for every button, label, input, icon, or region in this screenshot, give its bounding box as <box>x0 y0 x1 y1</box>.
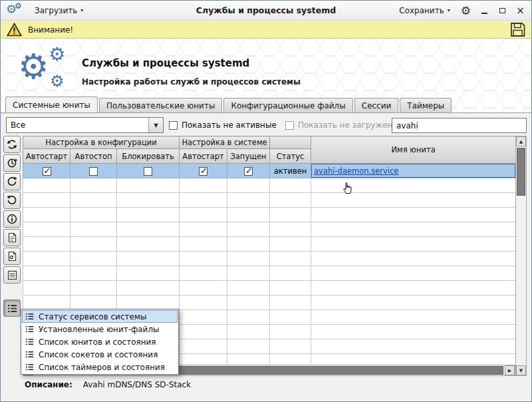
column-header-autostart-cfg[interactable]: Автостарт <box>23 149 70 164</box>
scroll-right-button[interactable]: ▶ <box>505 365 515 375</box>
menu-list-icon <box>25 351 34 358</box>
menu-list-icon <box>25 313 34 320</box>
tab-content: Все ▼ Показать не активные Показать не з… <box>1 112 531 402</box>
table-row-selected[interactable]: активен avahi-daemon.service <box>23 164 516 178</box>
show-unloaded-checkbox[interactable]: Показать не загруженные <box>285 120 409 130</box>
table-row-empty <box>23 178 516 193</box>
chevron-down-icon: ▾ <box>80 7 83 13</box>
reload-clock-icon <box>7 158 17 168</box>
chevron-down-icon: ▾ <box>448 7 450 13</box>
tab-config-files[interactable]: Конфигурационные файлы <box>223 98 352 112</box>
reload-units-button[interactable] <box>3 154 21 172</box>
warning-bar: Внимание! <box>1 21 531 39</box>
menu-list-icon <box>7 304 17 313</box>
app-icon: ⚙ ⚙ <box>6 2 25 19</box>
menu-item-installed-unit-files[interactable]: Установленные юнит-файлы <box>22 323 178 335</box>
autostart-cfg-checkbox[interactable] <box>43 167 51 176</box>
close-button[interactable]: × <box>513 4 528 17</box>
rotate-ccw-icon <box>7 195 17 206</box>
save-file-button[interactable] <box>510 22 525 37</box>
status-cell: активен <box>270 164 311 178</box>
running-checkbox[interactable] <box>244 167 253 176</box>
rotate-cw-icon <box>7 176 17 187</box>
tab-system-units[interactable]: Системные юниты <box>5 97 98 112</box>
show-inactive-label: Показать не активные <box>182 120 277 130</box>
save-button[interactable]: Сохранить ▾ <box>394 3 455 18</box>
autostart-sys-checkbox[interactable] <box>199 167 207 176</box>
logo-gear-icon: ⚙ <box>50 73 65 89</box>
load-button[interactable]: Загрузить ▾ <box>30 3 88 18</box>
table-row-empty <box>23 237 516 252</box>
unit-name-link[interactable]: avahi-daemon.service <box>314 166 398 176</box>
menu-item-timers-list[interactable]: Список таймеров и состояния <box>22 361 178 373</box>
right-arrow-icon: ▶ <box>508 368 511 373</box>
unit-file-button[interactable] <box>3 229 21 246</box>
minimize-button[interactable] <box>477 4 492 17</box>
status-context-menu: Статус сервисов системы Установленные юн… <box>21 309 179 375</box>
app-window: ⚙ ⚙ Загрузить ▾ Службы и процессы system… <box>0 0 532 402</box>
group-header-system: Настройка в системе <box>180 136 270 149</box>
logo-gear-icon: ⚙ <box>49 45 65 64</box>
titlebar: ⚙ ⚙ Загрузить ▾ Службы и процессы system… <box>1 1 531 21</box>
tab-bar: Системные юниты Пользовательские юниты К… <box>5 97 453 112</box>
show-inactive-checkbox[interactable]: Показать не активные <box>169 120 277 130</box>
gear-icon: ⚙ <box>15 2 22 10</box>
table-row-empty <box>23 281 516 296</box>
tab-user-units[interactable]: Пользовательские юниты <box>99 98 222 112</box>
menu-list-icon <box>25 325 34 333</box>
menu-list-icon <box>25 338 34 345</box>
journal-button[interactable] <box>3 248 21 265</box>
unit-list-button[interactable] <box>3 266 21 284</box>
column-header-status[interactable]: Статус <box>270 149 311 164</box>
search-input[interactable] <box>392 118 527 133</box>
document-icon <box>7 232 17 243</box>
unit-info-button[interactable] <box>3 210 21 228</box>
group-header-empty <box>270 136 311 149</box>
table-row-empty <box>23 193 516 208</box>
menu-item-label: Установленные юнит-файлы <box>39 325 160 334</box>
menu-list-icon <box>25 363 34 371</box>
unit-filter-dropdown[interactable]: Все ▼ <box>6 117 164 133</box>
tab-timers[interactable]: Таймеры <box>400 98 452 112</box>
column-header-block[interactable]: Блокировать <box>117 149 180 164</box>
column-header-autostop[interactable]: Автостоп <box>70 149 117 164</box>
scroll-up-button[interactable]: ▲ <box>516 136 526 146</box>
info-icon <box>7 214 17 224</box>
menu-item-units-list[interactable]: Список юнитов и состояния <box>22 335 178 348</box>
combo-arrow-button[interactable]: ▼ <box>148 118 163 132</box>
up-arrow-icon: ▲ <box>519 139 523 144</box>
table-row-empty <box>23 208 516 222</box>
settings-gear-icon[interactable]: ⚙ <box>458 4 474 17</box>
column-header-running[interactable]: Запущен <box>227 149 270 164</box>
block-checkbox[interactable] <box>144 167 152 176</box>
vertical-scrollbar[interactable]: ▲ ▼ <box>515 136 527 376</box>
checkbox-icon <box>285 121 294 130</box>
table-row-empty <box>23 222 516 237</box>
logo-gear-icon: ⚙ <box>18 49 49 84</box>
restart-unit-button[interactable] <box>3 173 21 190</box>
status-menu-button[interactable] <box>3 300 21 317</box>
tab-sessions[interactable]: Сессии <box>354 98 399 112</box>
maximize-icon <box>499 8 505 13</box>
menu-item-label: Список сокетов и состояния <box>39 350 158 359</box>
table-row-empty <box>23 252 516 266</box>
column-header-autostart-sys[interactable]: Автостарт <box>180 149 227 164</box>
description-value: Avahi mDNS/DNS SD-Stack <box>83 380 191 389</box>
menu-item-sockets-list[interactable]: Список сокетов и состояния <box>22 348 178 361</box>
menu-item-services-status[interactable]: Статус сервисов системы <box>22 310 178 323</box>
warning-icon <box>7 23 22 37</box>
page-title: Службы и процессы systemd <box>82 57 249 69</box>
page-subtitle: Настройка работы служб и процессов систе… <box>82 77 301 87</box>
revert-button[interactable] <box>3 192 21 209</box>
autostop-checkbox[interactable] <box>89 167 98 176</box>
menu-item-label: Статус сервисов системы <box>39 312 146 321</box>
chevron-down-icon: ▼ <box>154 122 158 128</box>
maximize-button[interactable] <box>495 4 510 17</box>
table-row-empty <box>23 296 516 310</box>
column-header-unit-name[interactable]: Имя юнита <box>311 136 515 164</box>
vertical-scrollbar-thumb[interactable] <box>517 148 525 196</box>
scroll-down-button[interactable]: ▼ <box>516 365 526 375</box>
load-button-label: Загрузить <box>35 6 77 15</box>
description-bar: Описание: Avahi mDNS/DNS SD-Stack <box>25 380 191 389</box>
refresh-button[interactable] <box>3 136 21 153</box>
